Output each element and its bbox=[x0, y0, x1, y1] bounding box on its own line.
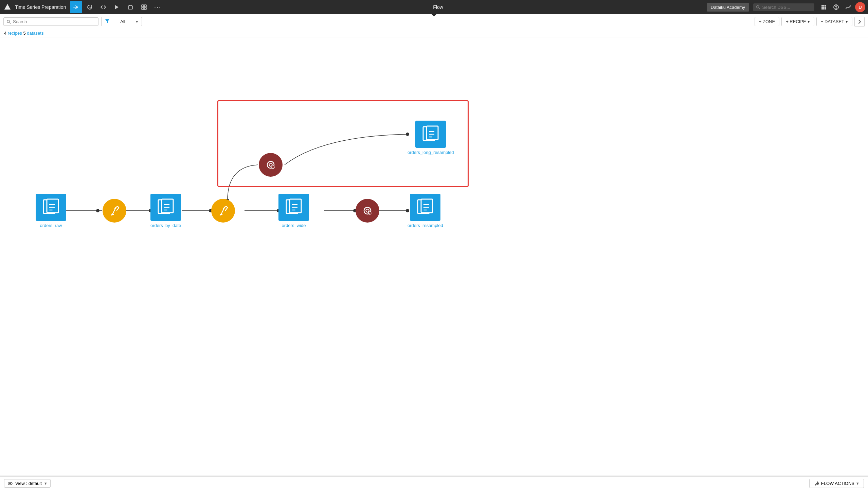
svg-marker-1 bbox=[115, 5, 119, 9]
svg-rect-6 bbox=[144, 7, 146, 10]
dataset-node-orders-by-date[interactable]: orders_by_date bbox=[150, 194, 181, 228]
recipe-2-circle bbox=[211, 199, 235, 223]
analytics-icon[interactable] bbox=[843, 2, 854, 13]
svg-point-29 bbox=[96, 209, 100, 212]
svg-rect-17 bbox=[825, 8, 826, 10]
orders-long-resampled-label: orders_long_resampled bbox=[408, 150, 454, 155]
svg-rect-2 bbox=[128, 6, 132, 9]
collapse-panel-btn[interactable] bbox=[854, 17, 865, 27]
help-icon[interactable] bbox=[831, 2, 842, 13]
stats-bar: 4 recipes 5 datasets bbox=[0, 29, 868, 37]
dataset-node-orders-wide[interactable]: orders_wide bbox=[278, 194, 309, 228]
recipe-upper-circle: + bbox=[259, 153, 283, 177]
recipe-arrow: ▾ bbox=[808, 19, 810, 24]
flow-search-box[interactable] bbox=[3, 17, 98, 26]
global-search-box[interactable] bbox=[753, 3, 814, 11]
svg-marker-0 bbox=[4, 4, 11, 10]
nav-right-icons: U bbox=[818, 2, 865, 13]
recipe-node-upper[interactable]: + bbox=[259, 153, 283, 177]
flow-indicator bbox=[432, 14, 436, 17]
nav-run-btn[interactable] bbox=[111, 1, 123, 13]
grid-icon[interactable] bbox=[818, 2, 829, 13]
recipe-node-3-lower[interactable]: + bbox=[356, 199, 379, 223]
dataset-node-orders-raw[interactable]: orders_raw bbox=[36, 194, 66, 228]
recipe-node-1[interactable] bbox=[103, 199, 126, 223]
orders-by-date-label: orders_by_date bbox=[150, 223, 181, 228]
dataset-btn-label: + DATASET bbox=[821, 19, 844, 24]
svg-text:+: + bbox=[369, 212, 370, 214]
nav-jobs-btn[interactable] bbox=[124, 1, 137, 13]
filter-label: All bbox=[120, 19, 125, 24]
svg-line-21 bbox=[10, 22, 11, 23]
svg-rect-12 bbox=[821, 6, 823, 8]
flow-label: Flow bbox=[433, 4, 443, 10]
nav-more-btn[interactable]: ··· bbox=[151, 1, 164, 13]
filter-dropdown[interactable]: All ▾ bbox=[101, 17, 142, 26]
orders-raw-label: orders_raw bbox=[40, 223, 62, 228]
svg-rect-47 bbox=[421, 199, 433, 213]
zone-button[interactable]: + ZONE bbox=[755, 17, 779, 26]
filter-icon bbox=[105, 19, 110, 24]
orders-wide-icon bbox=[278, 194, 309, 221]
svg-rect-38 bbox=[47, 199, 58, 213]
svg-rect-13 bbox=[823, 6, 825, 8]
app-title: Time Series Preparation bbox=[15, 4, 66, 10]
filter-chevron: ▾ bbox=[136, 19, 138, 24]
svg-point-19 bbox=[836, 8, 836, 9]
svg-rect-52 bbox=[427, 126, 438, 140]
global-search-icon bbox=[756, 5, 760, 10]
dataset-node-orders-long-resampled[interactable]: orders_long_resampled bbox=[408, 121, 454, 155]
dataset-button[interactable]: + DATASET▾ bbox=[816, 17, 852, 26]
orders-resampled-label: orders_resampled bbox=[408, 223, 443, 228]
avatar[interactable]: U bbox=[855, 2, 865, 12]
svg-rect-15 bbox=[821, 8, 823, 10]
svg-point-20 bbox=[7, 20, 10, 22]
orders-resampled-icon bbox=[410, 194, 440, 221]
svg-rect-42 bbox=[290, 199, 301, 213]
svg-rect-40 bbox=[162, 199, 173, 213]
nav-dashboard-btn[interactable] bbox=[138, 1, 150, 13]
svg-line-8 bbox=[759, 8, 760, 9]
svg-marker-22 bbox=[105, 19, 109, 23]
flow-canvas[interactable]: orders_raw orders_by_date bbox=[0, 37, 868, 475]
nav-flow-btn[interactable] bbox=[70, 1, 82, 13]
svg-rect-14 bbox=[825, 6, 826, 8]
orders-wide-label: orders_wide bbox=[282, 223, 306, 228]
logo[interactable] bbox=[3, 2, 12, 12]
dataset-node-orders-resampled[interactable]: orders_resampled bbox=[408, 194, 443, 228]
svg-point-7 bbox=[757, 6, 759, 8]
svg-rect-10 bbox=[823, 5, 825, 6]
nav-code-btn[interactable] bbox=[97, 1, 109, 13]
datasets-link[interactable]: datasets bbox=[27, 31, 43, 36]
nav-refresh-btn[interactable] bbox=[84, 1, 96, 13]
recipe-node-2[interactable] bbox=[211, 199, 235, 223]
svg-rect-9 bbox=[821, 5, 823, 6]
flow-connections bbox=[0, 37, 868, 475]
svg-rect-4 bbox=[144, 5, 146, 7]
orders-by-date-icon bbox=[150, 194, 181, 221]
orders-raw-icon bbox=[36, 194, 66, 221]
global-search-input[interactable] bbox=[762, 5, 812, 10]
dataset-arrow: ▾ bbox=[846, 19, 848, 24]
recipe-btn-label: + RECIPE bbox=[786, 19, 806, 24]
recipes-link[interactable]: recipes bbox=[8, 31, 22, 36]
recipe-3-lower-circle: + bbox=[356, 199, 379, 223]
orders-long-resampled-icon bbox=[415, 121, 446, 148]
toolbar-right-buttons: + ZONE + RECIPE▾ + DATASET▾ bbox=[755, 17, 865, 27]
datasets-count: 5 bbox=[23, 31, 25, 36]
recipe-1-circle bbox=[103, 199, 126, 223]
funnel-icon bbox=[105, 19, 110, 23]
svg-rect-16 bbox=[823, 8, 825, 10]
recipes-count: 4 bbox=[4, 31, 6, 36]
svg-rect-11 bbox=[825, 5, 826, 6]
chevron-right-icon bbox=[857, 19, 862, 24]
recipe-button[interactable]: + RECIPE▾ bbox=[781, 17, 814, 26]
svg-rect-3 bbox=[142, 5, 144, 7]
flow-search-icon bbox=[6, 19, 11, 24]
svg-text:+: + bbox=[273, 167, 274, 169]
top-nav: Time Series Preparation bbox=[0, 0, 868, 14]
svg-rect-5 bbox=[142, 7, 144, 10]
academy-button[interactable]: Dataiku Academy bbox=[707, 3, 749, 12]
flow-search-input[interactable] bbox=[13, 19, 95, 24]
